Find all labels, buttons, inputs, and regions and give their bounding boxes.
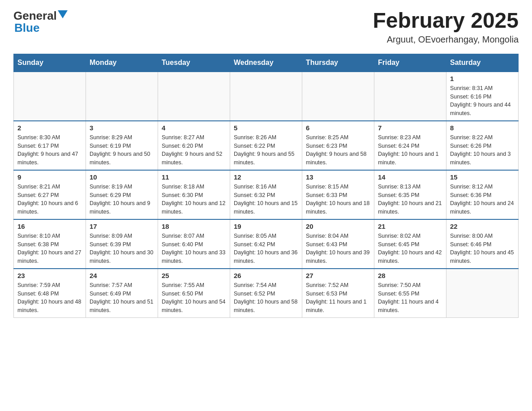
calendar-cell: 7Sunrise: 8:23 AMSunset: 6:24 PMDaylight… <box>374 121 446 170</box>
calendar-cell: 13Sunrise: 8:15 AMSunset: 6:33 PMDayligh… <box>302 170 374 219</box>
day-info: Sunrise: 7:59 AMSunset: 6:48 PMDaylight:… <box>17 281 82 315</box>
day-info: Sunrise: 8:02 AMSunset: 6:45 PMDaylight:… <box>378 232 442 265</box>
calendar-cell: 5Sunrise: 8:26 AMSunset: 6:22 PMDaylight… <box>230 121 302 170</box>
day-number: 19 <box>234 223 298 230</box>
col-tuesday: Tuesday <box>158 54 230 72</box>
day-number: 18 <box>162 223 226 230</box>
day-number: 14 <box>378 173 442 181</box>
day-info: Sunrise: 7:50 AMSunset: 6:55 PMDaylight:… <box>378 281 442 315</box>
logo-triangle-icon <box>58 10 68 22</box>
week-row-2: 2Sunrise: 8:30 AMSunset: 6:17 PMDaylight… <box>14 121 519 170</box>
day-info: Sunrise: 8:27 AMSunset: 6:20 PMDaylight:… <box>162 133 226 167</box>
calendar-cell: 25Sunrise: 7:55 AMSunset: 6:50 PMDayligh… <box>158 269 230 318</box>
week-row-1: 1Sunrise: 8:31 AMSunset: 6:16 PMDaylight… <box>14 72 519 121</box>
calendar-cell: 10Sunrise: 8:19 AMSunset: 6:29 PMDayligh… <box>86 170 158 219</box>
calendar-cell: 12Sunrise: 8:16 AMSunset: 6:32 PMDayligh… <box>230 170 302 219</box>
day-info: Sunrise: 8:29 AMSunset: 6:19 PMDaylight:… <box>90 133 154 167</box>
col-thursday: Thursday <box>302 54 374 72</box>
day-info: Sunrise: 8:09 AMSunset: 6:39 PMDaylight:… <box>90 232 154 265</box>
logo: General Blue <box>13 9 68 35</box>
day-info: Sunrise: 8:04 AMSunset: 6:43 PMDaylight:… <box>306 232 370 265</box>
day-number: 28 <box>378 272 442 279</box>
calendar-cell: 11Sunrise: 8:18 AMSunset: 6:30 PMDayligh… <box>158 170 230 219</box>
col-wednesday: Wednesday <box>230 54 302 72</box>
day-number: 15 <box>450 173 515 181</box>
day-number: 10 <box>90 173 154 181</box>
calendar-cell: 18Sunrise: 8:07 AMSunset: 6:40 PMDayligh… <box>158 219 230 269</box>
week-row-4: 16Sunrise: 8:10 AMSunset: 6:38 PMDayligh… <box>14 219 519 269</box>
col-monday: Monday <box>86 54 158 72</box>
day-number: 2 <box>17 124 82 132</box>
week-row-3: 9Sunrise: 8:21 AMSunset: 6:27 PMDaylight… <box>14 170 519 219</box>
day-info: Sunrise: 8:13 AMSunset: 6:35 PMDaylight:… <box>378 183 442 216</box>
day-number: 20 <box>306 223 370 230</box>
day-info: Sunrise: 8:18 AMSunset: 6:30 PMDaylight:… <box>162 183 226 216</box>
day-number: 4 <box>162 124 226 132</box>
calendar-cell: 17Sunrise: 8:09 AMSunset: 6:39 PMDayligh… <box>86 219 158 269</box>
day-info: Sunrise: 8:23 AMSunset: 6:24 PMDaylight:… <box>378 133 442 167</box>
day-number: 11 <box>162 173 226 181</box>
day-number: 12 <box>234 173 298 181</box>
day-info: Sunrise: 8:16 AMSunset: 6:32 PMDaylight:… <box>234 183 298 216</box>
day-number: 21 <box>378 223 442 230</box>
calendar-cell: 27Sunrise: 7:52 AMSunset: 6:53 PMDayligh… <box>302 269 374 318</box>
svg-marker-0 <box>58 10 68 18</box>
day-number: 25 <box>162 272 226 279</box>
day-number: 16 <box>17 223 82 230</box>
day-number: 8 <box>450 124 515 132</box>
calendar-cell: 28Sunrise: 7:50 AMSunset: 6:55 PMDayligh… <box>374 269 446 318</box>
day-number: 23 <box>17 272 82 279</box>
day-number: 24 <box>90 272 154 279</box>
calendar-cell <box>302 72 374 121</box>
day-number: 13 <box>306 173 370 181</box>
day-info: Sunrise: 8:10 AMSunset: 6:38 PMDaylight:… <box>17 232 82 265</box>
calendar-cell: 15Sunrise: 8:12 AMSunset: 6:36 PMDayligh… <box>446 170 519 219</box>
calendar-cell <box>86 72 158 121</box>
day-number: 5 <box>234 124 298 132</box>
day-info: Sunrise: 8:22 AMSunset: 6:26 PMDaylight:… <box>450 133 515 167</box>
calendar-cell: 23Sunrise: 7:59 AMSunset: 6:48 PMDayligh… <box>14 269 86 318</box>
day-number: 26 <box>234 272 298 279</box>
day-info: Sunrise: 8:05 AMSunset: 6:42 PMDaylight:… <box>234 232 298 265</box>
page-title: February 2025 <box>373 9 519 33</box>
day-number: 1 <box>450 75 515 82</box>
page-header: General Blue February 2025 Arguut, OEvoe… <box>13 9 519 45</box>
day-number: 9 <box>17 173 82 181</box>
day-info: Sunrise: 7:52 AMSunset: 6:53 PMDaylight:… <box>306 281 370 315</box>
col-saturday: Saturday <box>446 54 519 72</box>
day-number: 3 <box>90 124 154 132</box>
calendar-cell: 3Sunrise: 8:29 AMSunset: 6:19 PMDaylight… <box>86 121 158 170</box>
week-row-5: 23Sunrise: 7:59 AMSunset: 6:48 PMDayligh… <box>14 269 519 318</box>
calendar-cell: 22Sunrise: 8:00 AMSunset: 6:46 PMDayligh… <box>446 219 519 269</box>
day-number: 7 <box>378 124 442 132</box>
calendar-cell: 8Sunrise: 8:22 AMSunset: 6:26 PMDaylight… <box>446 121 519 170</box>
calendar-cell <box>158 72 230 121</box>
day-number: 6 <box>306 124 370 132</box>
col-friday: Friday <box>374 54 446 72</box>
day-info: Sunrise: 8:21 AMSunset: 6:27 PMDaylight:… <box>17 183 82 216</box>
day-number: 22 <box>450 223 515 230</box>
day-info: Sunrise: 8:25 AMSunset: 6:23 PMDaylight:… <box>306 133 370 167</box>
day-info: Sunrise: 8:12 AMSunset: 6:36 PMDaylight:… <box>450 183 515 216</box>
calendar-cell: 1Sunrise: 8:31 AMSunset: 6:16 PMDaylight… <box>446 72 519 121</box>
calendar-cell: 14Sunrise: 8:13 AMSunset: 6:35 PMDayligh… <box>374 170 446 219</box>
calendar-cell: 20Sunrise: 8:04 AMSunset: 6:43 PMDayligh… <box>302 219 374 269</box>
calendar-header-row: Sunday Monday Tuesday Wednesday Thursday… <box>14 54 519 72</box>
calendar-cell: 24Sunrise: 7:57 AMSunset: 6:49 PMDayligh… <box>86 269 158 318</box>
calendar-cell <box>14 72 86 121</box>
day-info: Sunrise: 7:55 AMSunset: 6:50 PMDaylight:… <box>162 281 226 315</box>
calendar-cell: 6Sunrise: 8:25 AMSunset: 6:23 PMDaylight… <box>302 121 374 170</box>
calendar-cell: 2Sunrise: 8:30 AMSunset: 6:17 PMDaylight… <box>14 121 86 170</box>
day-info: Sunrise: 8:19 AMSunset: 6:29 PMDaylight:… <box>90 183 154 216</box>
calendar-cell: 4Sunrise: 8:27 AMSunset: 6:20 PMDaylight… <box>158 121 230 170</box>
calendar-cell: 26Sunrise: 7:54 AMSunset: 6:52 PMDayligh… <box>230 269 302 318</box>
calendar-cell <box>374 72 446 121</box>
calendar-cell: 19Sunrise: 8:05 AMSunset: 6:42 PMDayligh… <box>230 219 302 269</box>
day-info: Sunrise: 8:31 AMSunset: 6:16 PMDaylight:… <box>450 84 515 118</box>
day-info: Sunrise: 8:15 AMSunset: 6:33 PMDaylight:… <box>306 183 370 216</box>
calendar-cell <box>230 72 302 121</box>
day-info: Sunrise: 8:30 AMSunset: 6:17 PMDaylight:… <box>17 133 82 167</box>
calendar-cell: 16Sunrise: 8:10 AMSunset: 6:38 PMDayligh… <box>14 219 86 269</box>
calendar-cell <box>446 269 519 318</box>
page-subtitle: Arguut, OEvoerhangay, Mongolia <box>373 34 519 45</box>
